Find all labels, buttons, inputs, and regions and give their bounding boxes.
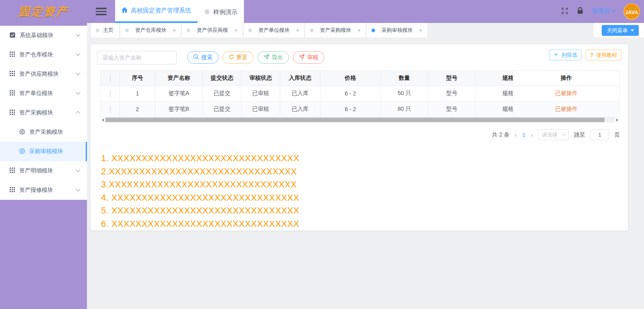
scrollbar-track[interactable] <box>105 117 615 122</box>
close-icon[interactable]: × <box>173 27 176 33</box>
tab-status-dot-icon <box>187 29 190 32</box>
fullscreen-icon[interactable] <box>561 7 569 17</box>
column-filter-label: 列筛选 <box>561 52 577 59</box>
page-size-select[interactable]: 请选择 <box>538 129 569 140</box>
avatar-text: JAVA <box>625 10 638 15</box>
column-header-price: 价格 <box>320 71 381 86</box>
gear-circle-icon <box>19 148 25 155</box>
sidebar-item-label: 资产单位模块 <box>19 90 72 97</box>
tab-purchase[interactable]: 资产采购模块 × <box>305 23 365 37</box>
close-icon[interactable]: × <box>234 27 237 33</box>
scroll-right-arrow-icon[interactable] <box>615 117 619 122</box>
sidebar-subitem-purchase-audit[interactable]: 采购审核模块 <box>0 142 87 161</box>
sidebar-subitem-label: 资产采购模块 <box>29 129 80 136</box>
cell-action-status: 已被操作 <box>513 102 620 117</box>
close-menu-label: 关闭菜单 <box>607 27 628 34</box>
prev-page-icon[interactable]: ‹ <box>515 131 517 138</box>
cell-spec: 规格 <box>476 102 513 117</box>
export-button-label: 导出 <box>272 54 283 61</box>
top-nav-tab-demo[interactable]: 样例演示 <box>198 0 244 23</box>
close-icon[interactable]: × <box>357 27 361 33</box>
tutorial-button[interactable]: ? 使用教程 <box>586 50 621 60</box>
avatar[interactable]: ▾ ▾ ▾ JAVA <box>623 3 640 20</box>
cell-model: 型号 <box>428 102 476 117</box>
chevron-down-icon <box>76 32 80 37</box>
tab-unit[interactable]: 资产单位模块 × <box>244 23 304 37</box>
sidebar-menu: 系统基础模块 资产仓库模块 资产供应商模块 <box>0 26 87 200</box>
sidebar-item-label: 资产明细模块 <box>19 167 72 174</box>
tab-home[interactable]: 主页 <box>91 23 119 37</box>
next-page-icon[interactable]: › <box>530 131 533 138</box>
note-line: 4. XXXXXXXXXXXXXXXXXXXXXXXXXXXXXXX <box>101 191 621 205</box>
cell-model: 型号 <box>428 86 476 102</box>
jump-page-input[interactable] <box>590 129 609 140</box>
tab-label: 资产采购模块 <box>320 27 351 34</box>
grid-icon <box>10 187 15 193</box>
row-checkbox[interactable] <box>110 106 111 113</box>
sidebar-item-detail[interactable]: 资产明细模块 <box>0 161 87 180</box>
column-header-model: 型号 <box>428 71 476 86</box>
scrollbar-thumb[interactable] <box>105 118 605 122</box>
tab-status-dot-icon <box>372 29 375 32</box>
search-input[interactable] <box>97 51 177 64</box>
sidebar-item-unit[interactable]: 资产单位模块 <box>0 84 87 103</box>
cell-submit-status: 已提交 <box>203 86 242 102</box>
note-line: 1. XXXXXXXXXXXXXXXXXXXXXXXXXXXXXXX <box>101 152 621 165</box>
sidebar-item-repair[interactable]: 资产报修模块 <box>0 180 87 200</box>
sidebar-subitem-label: 采购审核模块 <box>29 148 78 155</box>
reset-button-label: 重置 <box>236 54 248 61</box>
tab-label: 主页 <box>103 27 114 34</box>
close-icon[interactable]: × <box>296 27 299 33</box>
sidebar-subitem-purchase[interactable]: 资产采购模块 <box>0 122 87 142</box>
cell-audit-status: 已审核 <box>242 86 280 102</box>
chevron-down-icon <box>76 187 80 191</box>
top-nav-tab-label: 样例演示 <box>213 8 237 16</box>
column-header-submit-status: 提交状态 <box>203 71 242 86</box>
tab-warehouse[interactable]: 资产仓库模块 × <box>120 23 181 37</box>
cell-name: 签字笔B <box>155 102 203 117</box>
reset-button[interactable]: 重置 <box>223 51 254 64</box>
sidebar-item-system-base[interactable]: 系统基础模块 <box>0 26 87 45</box>
page-unit-label: 页 <box>614 131 620 139</box>
notes-list: 1. XXXXXXXXXXXXXXXXXXXXXXXXXXXXXXX 2.XXX… <box>101 152 621 231</box>
top-header: 固定资产 高校固定资产管理系统 样例演示 <box>0 0 644 23</box>
select-all-checkbox[interactable] <box>110 75 111 82</box>
row-checkbox[interactable] <box>110 90 111 97</box>
audit-button[interactable]: 审核 <box>293 51 324 64</box>
column-header-name: 资产名称 <box>155 71 203 86</box>
hamburger-menu-icon[interactable] <box>87 0 115 23</box>
grid-icon <box>10 110 15 116</box>
search-icon <box>193 54 199 61</box>
chevron-down-icon <box>562 132 566 136</box>
note-line: 5. XXXXXXXXXXXXXXXXXXXXXXXXXXXXXXX <box>101 204 621 218</box>
cell-qty: 50 只 <box>381 86 428 102</box>
chevron-down-icon <box>76 168 80 172</box>
tab-label: 资产供应商模 <box>197 27 228 34</box>
chevron-up-icon <box>76 111 80 116</box>
lock-icon[interactable] <box>577 7 584 16</box>
column-filter-button[interactable]: 列筛选 <box>549 50 582 60</box>
user-menu[interactable]: 管理员 <box>592 8 615 15</box>
export-button[interactable]: 导出 <box>258 51 289 64</box>
horizontal-scrollbar <box>100 117 619 122</box>
cell-seq: 1 <box>120 86 155 102</box>
audit-button-label: 审核 <box>307 54 318 61</box>
sidebar-item-purchase[interactable]: 资产采购模块 <box>0 103 87 122</box>
grid-icon <box>10 71 15 77</box>
tab-status-dot-icon <box>96 29 99 32</box>
scroll-left-arrow-icon[interactable] <box>100 117 105 122</box>
grid-icon <box>10 90 15 97</box>
close-icon[interactable]: × <box>419 27 422 33</box>
top-nav: 高校固定资产管理系统 样例演示 <box>115 0 244 23</box>
sidebar-item-warehouse[interactable]: 资产仓库模块 <box>0 45 87 64</box>
close-menu-button[interactable]: 关闭菜单 <box>602 25 639 36</box>
tab-supplier[interactable]: 资产供应商模 × <box>182 23 242 37</box>
grid-icon <box>10 52 15 58</box>
page-number[interactable]: 1 <box>522 132 526 138</box>
tab-purchase-audit[interactable]: 采购审核模块 × <box>367 23 427 37</box>
search-button[interactable]: 搜索 <box>187 51 219 64</box>
cell-storage-status: 已入库 <box>280 102 320 117</box>
sidebar-item-supplier[interactable]: 资产供应商模块 <box>0 64 87 84</box>
top-nav-tab-system[interactable]: 高校固定资产管理系统 <box>115 0 198 23</box>
tab-label: 采购审核模块 <box>382 27 413 34</box>
